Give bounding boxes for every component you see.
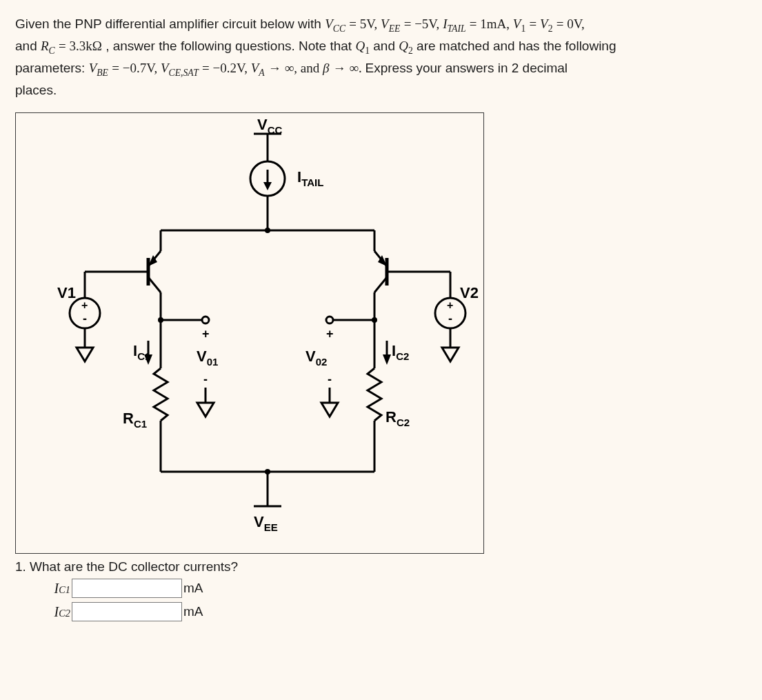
svg-line-22 <box>374 277 387 292</box>
vee-var: V <box>381 17 389 31</box>
vo2-sub: 02 <box>316 356 328 368</box>
q2-var: Q <box>399 39 408 53</box>
va-sub: A <box>259 68 264 78</box>
beta-val: → ∞. <box>333 61 365 75</box>
itail-sub: TAIL <box>447 23 465 34</box>
v12-val: 0V, <box>567 17 585 31</box>
svg-marker-46 <box>321 403 338 417</box>
svg-point-43 <box>326 317 333 323</box>
svg-marker-34 <box>442 348 459 361</box>
vee-sub: EE <box>389 23 401 34</box>
vcc-label: V <box>257 116 268 133</box>
minus-vo2: - <box>328 372 332 386</box>
rc2-sub: C2 <box>397 417 410 428</box>
plus-v2: + <box>447 299 453 311</box>
text: parameters: <box>15 61 89 75</box>
svg-text:RC1: RC1 <box>123 410 147 430</box>
vbe-sub: BE <box>97 68 108 78</box>
vcc-sub: CC <box>268 124 283 136</box>
problem-statement: Given the PNP differential amplifier cir… <box>15 14 747 100</box>
ic2-input[interactable] <box>72 602 182 621</box>
ic1-answer-label: IC1 <box>40 581 70 597</box>
vcesat-val: −0.2V, <box>213 61 251 75</box>
vcc-val: 5V, <box>360 17 381 31</box>
circuit-diagram: VCC ITAIL + - V1 + - V2 + V01 - <box>15 112 484 554</box>
eq6: = <box>59 39 69 53</box>
svg-text:V02: V02 <box>305 348 327 368</box>
va-var: V <box>251 61 259 75</box>
rc-var: R <box>41 39 49 53</box>
vee-val: −5V, <box>414 17 443 31</box>
vee-sub: EE <box>264 521 278 533</box>
v2-sub: 2 <box>548 23 553 34</box>
rc1-label: R <box>123 410 134 427</box>
vcc-var: V <box>325 17 333 31</box>
svg-text:V01: V01 <box>197 348 218 368</box>
vee-label: V <box>254 513 264 530</box>
svg-marker-51 <box>383 354 391 365</box>
v1-label: V1 <box>57 284 76 301</box>
svg-point-37 <box>202 317 209 323</box>
plus-vo1: + <box>202 327 210 341</box>
itail-sub: TAIL <box>301 177 323 188</box>
va-val: → ∞, and <box>268 61 323 75</box>
svg-text:RC2: RC2 <box>385 408 410 428</box>
beta-var: β <box>323 61 329 75</box>
v1-var: V <box>513 17 521 31</box>
q1-sub: 1 <box>365 46 370 56</box>
eq2: = <box>404 17 414 31</box>
rc-val: 3.3kΩ <box>69 39 101 53</box>
rc-sub: C <box>49 46 55 56</box>
ic1-unit: mA <box>183 581 203 596</box>
vbe-var: V <box>89 61 97 75</box>
plus-vo2: + <box>326 327 334 341</box>
text: places. <box>15 83 57 97</box>
plus-v1: + <box>81 299 88 311</box>
answer-row-ic1: IC1 mA <box>40 579 747 598</box>
ic2-unit: mA <box>183 604 203 619</box>
rc2-label: R <box>385 408 397 426</box>
svg-text:VCC: VCC <box>257 116 283 136</box>
text: Express your answers in 2 decimal <box>365 61 568 75</box>
itail-val: 1mA, <box>480 17 513 31</box>
ic2-sub: C2 <box>396 350 409 362</box>
svg-marker-40 <box>197 403 214 417</box>
svg-text:IC2: IC2 <box>392 342 409 362</box>
v1-sub: 1 <box>521 23 525 34</box>
text: and <box>15 39 41 53</box>
eq4: = <box>530 17 540 31</box>
rc1-sub: C1 <box>134 418 147 430</box>
answer-row-ic2: IC2 mA <box>40 602 747 621</box>
svg-line-16 <box>148 277 161 292</box>
minus-vo1: - <box>203 372 208 386</box>
svg-marker-29 <box>77 348 93 361</box>
svg-text:ITAIL: ITAIL <box>297 168 323 188</box>
q2-sub: 2 <box>408 46 413 56</box>
eq5: = <box>557 17 567 31</box>
eq8: = <box>202 61 212 75</box>
minus-v1: - <box>83 312 87 326</box>
ic1-input[interactable] <box>72 579 182 598</box>
vcesat-sub: CE,SAT <box>169 68 199 78</box>
text: and <box>373 39 399 53</box>
q1-var: Q <box>355 39 365 53</box>
eq: = <box>349 17 359 31</box>
ic1-subscript: C1 <box>59 584 70 595</box>
vcc-sub: CC <box>333 23 345 34</box>
text: , answer the following questions. Note t… <box>106 39 355 53</box>
vo1-sub: 01 <box>207 356 219 368</box>
ic2-answer-label: IC2 <box>40 604 70 620</box>
minus-v2: - <box>448 312 452 326</box>
question-1: 1. What are the DC collector currents? I… <box>15 559 747 621</box>
svg-text:VEE: VEE <box>254 513 278 533</box>
circuit-svg: VCC ITAIL + - V1 + - V2 + V01 - <box>16 113 483 553</box>
svg-marker-5 <box>263 182 272 190</box>
ic2-subscript: C2 <box>59 608 70 619</box>
text: are matched and has the following <box>417 39 616 53</box>
text: Given the PNP differential amplifier cir… <box>15 17 325 31</box>
vcesat-var: V <box>161 61 169 75</box>
eq3: = <box>470 17 480 31</box>
v2-label: V2 <box>460 284 479 301</box>
question-1-text: 1. What are the DC collector currents? <box>15 559 747 574</box>
ic1-sub: C1 <box>137 350 150 362</box>
